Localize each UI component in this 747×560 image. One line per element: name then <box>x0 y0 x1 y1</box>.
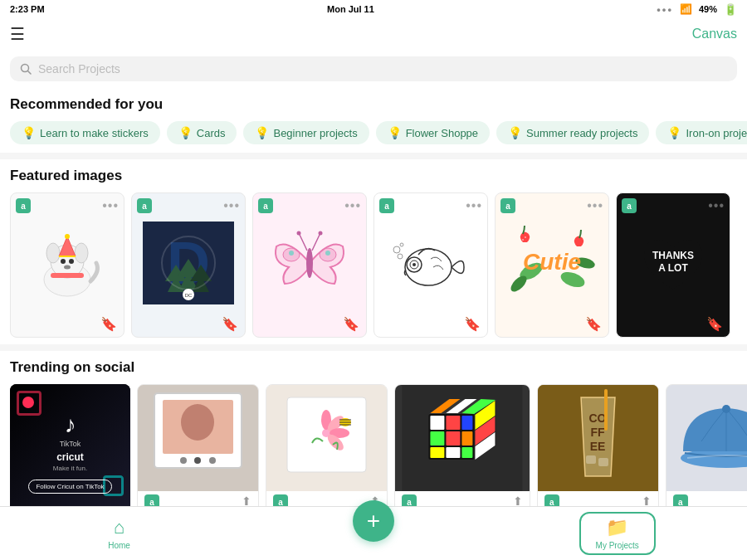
svg-point-26 <box>306 248 313 278</box>
chip-icon: 💡 <box>255 126 269 139</box>
canvas-link[interactable]: Canvas <box>692 27 737 41</box>
search-container: Search Projects <box>0 50 747 88</box>
svg-rect-83 <box>598 458 608 466</box>
recommended-section: Recommended for you 💡 Learn to make stic… <box>0 88 747 153</box>
svg-rect-81 <box>604 389 608 431</box>
svg-point-86 <box>722 405 730 413</box>
svg-text:FF: FF <box>590 426 605 439</box>
svg-rect-82 <box>586 455 596 464</box>
featured-title: Featured images <box>0 159 747 189</box>
svg-rect-73 <box>461 431 472 446</box>
svg-rect-71 <box>430 431 444 446</box>
tiktok-follow-button[interactable]: Follow Cricut on TikTok <box>28 480 111 494</box>
chip-label: Flower Shoppe <box>406 127 478 139</box>
featured-card-thanks[interactable]: a ••• THANKS A LOT 🔖 <box>616 192 730 338</box>
svg-point-53 <box>209 457 216 464</box>
featured-card-cutie[interactable]: a ••• <box>495 192 609 338</box>
svg-point-37 <box>400 243 403 246</box>
chip-icon: 💡 <box>667 126 681 139</box>
tiktok-tagline: Make it fun. <box>28 465 111 472</box>
search-bar[interactable]: Search Projects <box>10 56 737 81</box>
card-badge: a <box>379 198 394 213</box>
card-more-icon[interactable]: ••• <box>587 198 603 213</box>
bookmark-icon[interactable]: 🔖 <box>585 317 602 331</box>
tiktok-card[interactable]: ♪ TikTok cricut Make it fun. Follow Cric… <box>10 384 130 521</box>
nav-home[interactable]: ⌂ Home <box>91 512 147 555</box>
fab-add-button[interactable]: + <box>353 500 394 542</box>
chip-label: Cards <box>197 127 226 139</box>
svg-line-1 <box>28 71 32 75</box>
svg-point-5 <box>75 243 88 263</box>
svg-rect-76 <box>461 447 472 458</box>
chip-flower[interactable]: 💡 Flower Shoppe <box>376 121 490 144</box>
chip-label: Beginner projects <box>273 127 357 139</box>
card-more-icon[interactable]: ••• <box>466 198 482 213</box>
trending-card-cap[interactable]: a ⬆ Baseball Cap Gift Box <box>666 384 747 521</box>
chips-container: 💡 Learn to make stickers 💡 Cards 💡 Begin… <box>0 118 747 153</box>
svg-rect-72 <box>446 431 460 446</box>
svg-text:EE: EE <box>589 440 605 453</box>
bookmark-icon[interactable]: 🔖 <box>464 317 481 331</box>
svg-rect-70 <box>461 416 472 430</box>
nav-my-projects[interactable]: 📁 My Projects <box>579 512 656 555</box>
home-icon: ⌂ <box>114 517 124 538</box>
svg-text:Cutie: Cutie <box>523 249 581 275</box>
featured-card-d[interactable]: a ••• D <box>131 192 246 338</box>
trending-card-puzzle[interactable]: a ⬆ Puzzle Cube Tiered Box... <box>394 384 530 521</box>
svg-point-35 <box>398 254 403 259</box>
trending-card-song[interactable]: a ⬆ Our Song Float Frame <box>137 384 259 521</box>
chip-stickers[interactable]: 💡 Learn to make stickers <box>10 121 160 144</box>
battery-pct: 49% <box>699 4 717 14</box>
featured-card-butterfly[interactable]: a ••• <box>252 192 367 338</box>
tiktok-logo-icon: ♪ <box>28 411 111 438</box>
battery-icon: 🔋 <box>724 3 737 16</box>
svg-point-29 <box>289 251 294 256</box>
chip-icon: 💡 <box>388 126 402 139</box>
chip-label: Summer ready projects <box>526 127 637 139</box>
top-nav: ☰ Canvas <box>0 18 747 50</box>
card-badge: a <box>137 198 152 213</box>
status-bar: 2:23 PM Mon Jul 11 ••• 📶 49% 🔋 <box>0 0 747 18</box>
svg-point-28 <box>319 231 323 235</box>
chip-label: Learn to make stickers <box>40 127 149 139</box>
svg-rect-69 <box>446 416 460 430</box>
svg-point-30 <box>325 251 330 256</box>
featured-card-dog[interactable]: a ••• <box>10 192 124 338</box>
card-more-icon[interactable]: ••• <box>102 198 119 213</box>
svg-point-39 <box>525 236 526 238</box>
add-icon: + <box>367 508 380 534</box>
svg-point-38 <box>522 239 524 241</box>
card-badge: a <box>16 198 31 213</box>
wifi-icon: 📶 <box>680 3 692 15</box>
svg-rect-75 <box>446 447 460 458</box>
status-date: Mon Jul 11 <box>327 4 374 14</box>
chip-summer[interactable]: 💡 Summer ready projects <box>496 121 649 144</box>
chip-beginner[interactable]: 💡 Beginner projects <box>243 121 369 144</box>
chip-ironon[interactable]: 💡 Iron-on projects <box>656 121 747 144</box>
svg-text:A LOT: A LOT <box>658 262 688 274</box>
svg-point-27 <box>297 231 301 235</box>
svg-point-4 <box>46 243 60 263</box>
bookmark-icon[interactable]: 🔖 <box>343 317 359 331</box>
card-badge: a <box>258 198 273 213</box>
featured-card-fish[interactable]: a ••• <box>374 192 488 338</box>
chip-icon: 💡 <box>508 126 522 139</box>
card-more-icon[interactable]: ••• <box>223 198 240 213</box>
recommended-title: Recommended for you <box>0 88 747 118</box>
image-scroll[interactable]: a ••• <box>0 189 747 344</box>
svg-point-50 <box>181 404 214 441</box>
hamburger-icon[interactable]: ☰ <box>10 24 25 44</box>
status-dots: ••• <box>657 3 673 16</box>
bookmark-icon[interactable]: 🔖 <box>222 317 238 331</box>
trending-card-coffee[interactable]: CO FF EE a ⬆ Coffee Glass <box>537 384 659 521</box>
bookmark-icon[interactable]: 🔖 <box>100 317 117 331</box>
svg-text:DC: DC <box>185 293 193 298</box>
card-more-icon[interactable]: ••• <box>708 198 725 213</box>
bookmark-icon[interactable]: 🔖 <box>706 317 723 331</box>
svg-point-9 <box>61 259 66 264</box>
card-more-icon[interactable]: ••• <box>344 198 361 213</box>
svg-point-36 <box>393 246 400 253</box>
chip-cards[interactable]: 💡 Cards <box>167 121 237 144</box>
svg-point-10 <box>69 259 74 264</box>
svg-text:THANKS: THANKS <box>652 250 694 261</box>
